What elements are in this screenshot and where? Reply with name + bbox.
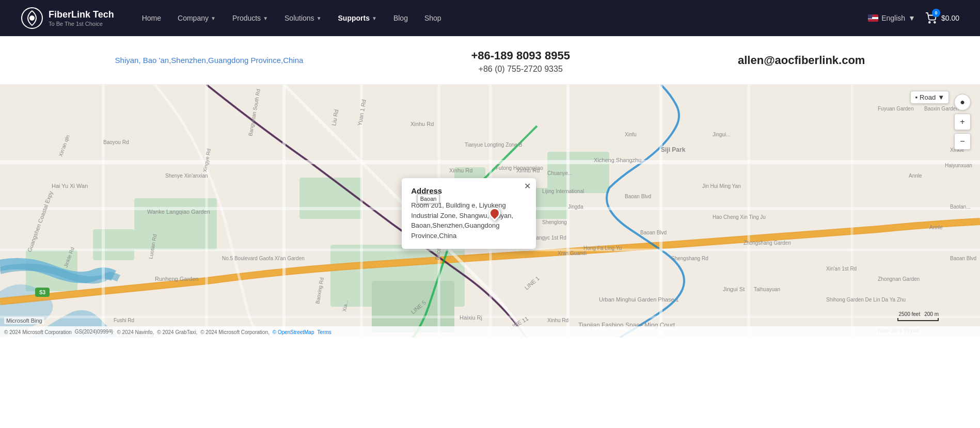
popup-close-button[interactable]: ✕ xyxy=(524,182,531,191)
nav-home[interactable]: Home xyxy=(135,10,168,26)
logo-subtitle: To Be The 1st Choice xyxy=(49,21,114,27)
svg-text:Siji Park: Siji Park xyxy=(661,146,686,153)
svg-point-2 xyxy=(929,22,930,23)
logo-text: FiberLink Tech To Be The 1st Choice xyxy=(49,9,114,27)
svg-text:Hao Cheng Xin Ting Ju: Hao Cheng Xin Ting Ju xyxy=(713,214,766,220)
nav-supports[interactable]: Supports ▼ xyxy=(331,10,384,26)
map-footer-bar: © 2024 Microsoft Corporation GS(2024)099… xyxy=(0,326,980,338)
svg-text:S3: S3 xyxy=(39,290,46,295)
popup-address: Room 201, Building e, Liyukeng Industria… xyxy=(411,200,527,241)
footer-grabtaxi: © 2024 GrabTaxi, xyxy=(157,329,197,335)
solutions-caret: ▼ xyxy=(317,15,322,21)
logo[interactable]: FiberLink Tech To Be The 1st Choice xyxy=(21,7,114,29)
contact-email: allen@aocfiberlink.com xyxy=(738,54,865,67)
nav-menu: Home Company ▼ Products ▼ Solutions ▼ Su… xyxy=(135,10,868,26)
svg-text:Annle: Annle xyxy=(909,173,922,179)
footer-openstreet-link[interactable]: © OpenStreetMap xyxy=(273,329,314,335)
svg-text:Xran Guandi: Xran Guandi xyxy=(558,250,587,256)
svg-text:Xin'an 1st Rd: Xin'an 1st Rd xyxy=(826,266,857,272)
nav-solutions[interactable]: Solutions ▼ xyxy=(277,10,329,26)
contact-phone2: +86 (0) 755-2720 9335 xyxy=(471,65,570,74)
svg-text:Baoan Blvd: Baoan Blvd xyxy=(640,230,667,235)
map-type-caret: ▼ xyxy=(938,93,944,101)
svg-text:Haiyunxuan: Haiyunxuan xyxy=(945,163,972,168)
map-type-control: ▪ Road ▼ xyxy=(910,91,949,104)
contact-address-item: Shiyan, Bao 'an,Shenzhen,Guangdong Provi… xyxy=(115,56,304,65)
svg-text:Shenye Xin'anxian: Shenye Xin'anxian xyxy=(165,173,208,179)
contact-phone-item: +86-189 8093 8955 +86 (0) 755-2720 9335 xyxy=(471,46,570,74)
nav-blog[interactable]: Blog xyxy=(386,10,415,26)
svg-point-3 xyxy=(934,22,936,23)
svg-text:Zhongnan Garden: Zhongnan Garden xyxy=(878,276,920,282)
svg-text:Hong Fa Ling Yu: Hong Fa Ling Yu xyxy=(583,245,622,251)
svg-rect-13 xyxy=(134,198,217,250)
cart-badge: 0 xyxy=(932,9,940,17)
cart-icon-wrap: 0 xyxy=(924,11,938,25)
svg-text:Jingda: Jingda xyxy=(568,204,583,210)
scale-200m: 200 m xyxy=(924,311,939,317)
scale-labels: 2500 feet 200 m xyxy=(898,311,939,317)
svg-rect-5 xyxy=(299,178,361,219)
map-popup: ✕ Address Room 201, Building e, Liyukeng… xyxy=(402,178,536,249)
footer-nav: © 2024 Navinfo, xyxy=(117,329,154,335)
footer-microsoft: © 2024 Microsoft Corporation, xyxy=(200,329,270,335)
scale-bar: 2500 feet 200 m xyxy=(897,311,939,321)
supports-caret: ▼ xyxy=(372,15,377,21)
svg-text:Baoxin Garden: Baoxin Garden xyxy=(924,106,959,112)
svg-text:Annle: Annle xyxy=(929,225,943,230)
contact-strip: Shiyan, Bao 'an,Shenzhen,Guangdong Provi… xyxy=(0,36,980,85)
nav-products[interactable]: Products ▼ xyxy=(225,10,275,26)
svg-text:Baoyou Rd: Baoyou Rd xyxy=(103,139,129,145)
contact-email-item: allen@aocfiberlink.com xyxy=(738,54,865,67)
language-selector[interactable]: English ▼ xyxy=(868,14,915,22)
svg-text:Baoan Blvd: Baoan Blvd xyxy=(950,256,976,261)
logo-icon xyxy=(21,7,43,29)
baoan-marker[interactable]: Baoan xyxy=(417,194,440,204)
svg-point-1 xyxy=(29,15,35,21)
bing-watermark: Microsoft Bing xyxy=(4,317,44,324)
navbar-right: English ▼ 0 $0.00 xyxy=(868,11,959,25)
svg-rect-12 xyxy=(93,229,134,260)
svg-text:Wanke Langqiao Garden: Wanke Langqiao Garden xyxy=(147,209,210,215)
svg-text:Haixiu Rj: Haixiu Rj xyxy=(460,314,482,321)
svg-text:Jingui...: Jingui... xyxy=(713,132,730,137)
nav-shop[interactable]: Shop xyxy=(417,10,449,26)
svg-text:Taihuayuan: Taihuayuan xyxy=(754,287,780,292)
svg-text:Baolan...: Baolan... xyxy=(950,204,970,210)
svg-text:Jin Hui Ming Yan: Jin Hui Ming Yan xyxy=(702,183,741,189)
svg-text:Runheng Garden: Runheng Garden xyxy=(155,276,198,282)
svg-text:No.5 Boulevard Gaofa Xi'an Gar: No.5 Boulevard Gaofa Xi'an Garden xyxy=(222,256,305,261)
map-type-icon: ▪ xyxy=(915,93,918,101)
navbar: FiberLink Tech To Be The 1st Choice Home… xyxy=(0,0,980,36)
svg-text:Xicheng Shangzhu: Xicheng Shangzhu xyxy=(594,157,641,163)
map-zoom-in-button[interactable]: + xyxy=(954,114,971,130)
svg-text:Tianyue Longting Zone B: Tianyue Longting Zone B xyxy=(465,142,523,148)
cart-button[interactable]: 0 $0.00 xyxy=(924,11,959,25)
svg-text:Fuyuan Garden: Fuyuan Garden xyxy=(878,106,914,112)
scale-2500ft: 2500 feet xyxy=(898,311,920,317)
company-caret: ▼ xyxy=(211,15,216,21)
svg-text:Jingui St: Jingui St xyxy=(723,286,745,292)
svg-text:Shihong Garden De Lin Da Ya Zh: Shihong Garden De Lin Da Ya Zhu xyxy=(826,297,906,303)
map-type-button[interactable]: ▪ Road ▼ xyxy=(910,91,949,104)
svg-text:Xinhu Rd: Xinhu Rd xyxy=(547,318,568,323)
baoan-label: Baoan xyxy=(417,194,440,204)
svg-text:Zhongshang Garden: Zhongshang Garden xyxy=(744,240,791,246)
map-zoom-out-button[interactable]: − xyxy=(954,133,971,150)
svg-text:Fushi Rd: Fushi Rd xyxy=(114,318,134,323)
footer-terms-link[interactable]: Terms xyxy=(318,329,331,335)
map-marker[interactable] xyxy=(489,208,500,219)
map-location-button[interactable]: ● xyxy=(954,94,971,110)
map-pin xyxy=(487,205,503,221)
footer-copyright: © 2024 Microsoft Corporation xyxy=(4,329,72,335)
svg-text:Xinfu: Xinfu xyxy=(625,132,637,137)
svg-text:Lijing International: Lijing International xyxy=(542,188,584,194)
svg-text:Hai Yu Xi Wan: Hai Yu Xi Wan xyxy=(52,183,88,189)
svg-text:Shengshang Rd: Shengshang Rd xyxy=(671,256,708,261)
map-controls: ● + − xyxy=(954,94,971,150)
logo-title: FiberLink Tech xyxy=(49,9,114,21)
svg-text:Shenglong: Shenglong xyxy=(542,219,567,225)
footer-gs: GS(2024)0999号 xyxy=(75,328,114,336)
nav-company[interactable]: Company ▼ xyxy=(170,10,223,26)
contact-address: Shiyan, Bao 'an,Shenzhen,Guangdong Provi… xyxy=(115,56,304,65)
